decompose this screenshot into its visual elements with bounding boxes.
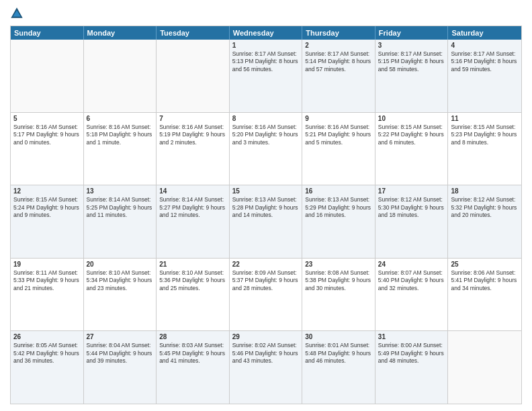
day-cell: 2Sunrise: 8:17 AM Sunset: 5:14 PM Daylig…: [302, 40, 375, 112]
day-number: 14: [159, 187, 226, 195]
day-header: Friday: [375, 26, 449, 40]
day-number: 31: [378, 333, 445, 340]
calendar-row: 5Sunrise: 8:16 AM Sunset: 5:17 PM Daylig…: [11, 112, 521, 185]
day-number: 11: [451, 115, 519, 122]
empty-cell: [84, 40, 157, 112]
day-info: Sunrise: 8:03 AM Sunset: 5:45 PM Dayligh…: [159, 342, 226, 365]
day-cell: 9Sunrise: 8:16 AM Sunset: 5:21 PM Daylig…: [302, 113, 375, 185]
day-info: Sunrise: 8:11 AM Sunset: 5:33 PM Dayligh…: [13, 269, 81, 292]
day-cell: 22Sunrise: 8:09 AM Sunset: 5:37 PM Dayli…: [230, 259, 303, 331]
day-info: Sunrise: 8:16 AM Sunset: 5:21 PM Dayligh…: [305, 124, 372, 146]
empty-cell: [448, 331, 521, 404]
day-info: Sunrise: 8:17 AM Sunset: 5:14 PM Dayligh…: [305, 50, 372, 73]
page: SundayMondayTuesdayWednesdayThursdayFrid…: [0, 0, 532, 411]
day-info: Sunrise: 8:01 AM Sunset: 5:48 PM Dayligh…: [305, 342, 372, 365]
day-cell: 21Sunrise: 8:10 AM Sunset: 5:36 PM Dayli…: [157, 259, 230, 331]
day-cell: 16Sunrise: 8:13 AM Sunset: 5:29 PM Dayli…: [302, 185, 375, 258]
day-cell: 29Sunrise: 8:02 AM Sunset: 5:46 PM Dayli…: [230, 331, 303, 404]
day-info: Sunrise: 8:09 AM Sunset: 5:37 PM Dayligh…: [232, 269, 300, 292]
day-cell: 15Sunrise: 8:13 AM Sunset: 5:28 PM Dayli…: [230, 185, 303, 258]
day-number: 30: [305, 333, 372, 340]
day-info: Sunrise: 8:05 AM Sunset: 5:42 PM Dayligh…: [13, 342, 81, 365]
day-cell: 13Sunrise: 8:14 AM Sunset: 5:25 PM Dayli…: [84, 185, 157, 258]
day-info: Sunrise: 8:17 AM Sunset: 5:16 PM Dayligh…: [451, 50, 519, 73]
day-info: Sunrise: 8:14 AM Sunset: 5:27 PM Dayligh…: [159, 196, 226, 219]
empty-cell: [157, 40, 230, 112]
day-number: 18: [451, 187, 519, 195]
logo-icon: [10, 7, 24, 20]
day-cell: 1Sunrise: 8:17 AM Sunset: 5:13 PM Daylig…: [230, 40, 303, 112]
day-info: Sunrise: 8:08 AM Sunset: 5:38 PM Dayligh…: [305, 269, 372, 292]
day-cell: 19Sunrise: 8:11 AM Sunset: 5:33 PM Dayli…: [11, 259, 84, 331]
day-cell: 31Sunrise: 8:00 AM Sunset: 5:49 PM Dayli…: [375, 331, 449, 404]
day-cell: 18Sunrise: 8:12 AM Sunset: 5:32 PM Dayli…: [448, 185, 521, 258]
day-info: Sunrise: 8:00 AM Sunset: 5:49 PM Dayligh…: [378, 342, 445, 365]
day-cell: 14Sunrise: 8:14 AM Sunset: 5:27 PM Dayli…: [157, 185, 230, 258]
day-header: Thursday: [302, 26, 375, 40]
day-cell: 8Sunrise: 8:16 AM Sunset: 5:20 PM Daylig…: [230, 113, 303, 185]
day-cell: 12Sunrise: 8:15 AM Sunset: 5:24 PM Dayli…: [11, 185, 84, 258]
day-info: Sunrise: 8:07 AM Sunset: 5:40 PM Dayligh…: [378, 269, 445, 292]
header: [10, 7, 522, 20]
day-number: 21: [159, 261, 226, 268]
day-number: 3: [378, 42, 445, 49]
day-number: 15: [232, 187, 300, 195]
day-number: 22: [232, 261, 300, 268]
day-number: 29: [232, 333, 300, 340]
day-info: Sunrise: 8:16 AM Sunset: 5:17 PM Dayligh…: [13, 124, 81, 146]
day-header: Wednesday: [230, 26, 303, 40]
day-info: Sunrise: 8:10 AM Sunset: 5:34 PM Dayligh…: [87, 269, 154, 292]
day-cell: 6Sunrise: 8:16 AM Sunset: 5:18 PM Daylig…: [84, 113, 157, 185]
day-number: 27: [87, 333, 154, 340]
calendar-row: 19Sunrise: 8:11 AM Sunset: 5:33 PM Dayli…: [11, 258, 521, 331]
day-number: 12: [13, 187, 81, 195]
day-info: Sunrise: 8:16 AM Sunset: 5:19 PM Dayligh…: [159, 124, 226, 146]
day-cell: 27Sunrise: 8:04 AM Sunset: 5:44 PM Dayli…: [84, 331, 157, 404]
day-info: Sunrise: 8:04 AM Sunset: 5:44 PM Dayligh…: [87, 342, 154, 365]
day-number: 2: [305, 42, 372, 49]
day-cell: 20Sunrise: 8:10 AM Sunset: 5:34 PM Dayli…: [84, 259, 157, 331]
day-cell: 25Sunrise: 8:06 AM Sunset: 5:41 PM Dayli…: [448, 259, 521, 331]
day-number: 6: [87, 115, 154, 122]
day-cell: 11Sunrise: 8:15 AM Sunset: 5:23 PM Dayli…: [448, 113, 521, 185]
day-number: 25: [451, 261, 519, 268]
day-info: Sunrise: 8:15 AM Sunset: 5:22 PM Dayligh…: [378, 124, 445, 146]
day-info: Sunrise: 8:17 AM Sunset: 5:13 PM Dayligh…: [232, 50, 300, 73]
day-cell: 24Sunrise: 8:07 AM Sunset: 5:40 PM Dayli…: [375, 259, 449, 331]
day-info: Sunrise: 8:17 AM Sunset: 5:15 PM Dayligh…: [378, 50, 445, 73]
day-number: 16: [305, 187, 372, 195]
day-info: Sunrise: 8:06 AM Sunset: 5:41 PM Dayligh…: [451, 269, 519, 292]
day-cell: 10Sunrise: 8:15 AM Sunset: 5:22 PM Dayli…: [375, 113, 449, 185]
day-number: 19: [13, 261, 81, 268]
day-number: 17: [378, 187, 445, 195]
day-number: 28: [159, 333, 226, 340]
day-cell: 17Sunrise: 8:12 AM Sunset: 5:30 PM Dayli…: [375, 185, 449, 258]
day-cell: 7Sunrise: 8:16 AM Sunset: 5:19 PM Daylig…: [157, 113, 230, 185]
day-header: Saturday: [448, 26, 521, 40]
calendar-body: 1Sunrise: 8:17 AM Sunset: 5:13 PM Daylig…: [11, 40, 521, 404]
day-number: 1: [232, 42, 300, 49]
day-info: Sunrise: 8:02 AM Sunset: 5:46 PM Dayligh…: [232, 342, 300, 365]
day-number: 26: [13, 333, 81, 340]
day-cell: 5Sunrise: 8:16 AM Sunset: 5:17 PM Daylig…: [11, 113, 84, 185]
day-number: 4: [451, 42, 519, 49]
day-info: Sunrise: 8:10 AM Sunset: 5:36 PM Dayligh…: [159, 269, 226, 292]
day-number: 10: [378, 115, 445, 122]
day-cell: 28Sunrise: 8:03 AM Sunset: 5:45 PM Dayli…: [157, 331, 230, 404]
day-cell: 3Sunrise: 8:17 AM Sunset: 5:15 PM Daylig…: [375, 40, 449, 112]
day-number: 13: [87, 187, 154, 195]
day-info: Sunrise: 8:15 AM Sunset: 5:24 PM Dayligh…: [13, 196, 81, 219]
day-header: Tuesday: [157, 26, 230, 40]
day-info: Sunrise: 8:16 AM Sunset: 5:18 PM Dayligh…: [87, 124, 154, 146]
calendar-row: 1Sunrise: 8:17 AM Sunset: 5:13 PM Daylig…: [11, 40, 521, 112]
day-info: Sunrise: 8:13 AM Sunset: 5:29 PM Dayligh…: [305, 196, 372, 219]
day-info: Sunrise: 8:12 AM Sunset: 5:30 PM Dayligh…: [378, 196, 445, 219]
day-number: 8: [232, 115, 300, 122]
calendar-row: 26Sunrise: 8:05 AM Sunset: 5:42 PM Dayli…: [11, 330, 521, 404]
day-header: Sunday: [11, 26, 84, 40]
day-info: Sunrise: 8:13 AM Sunset: 5:28 PM Dayligh…: [232, 196, 300, 219]
empty-cell: [11, 40, 84, 112]
calendar: SundayMondayTuesdayWednesdayThursdayFrid…: [10, 26, 522, 404]
day-number: 5: [13, 115, 81, 122]
day-cell: 4Sunrise: 8:17 AM Sunset: 5:16 PM Daylig…: [448, 40, 521, 112]
